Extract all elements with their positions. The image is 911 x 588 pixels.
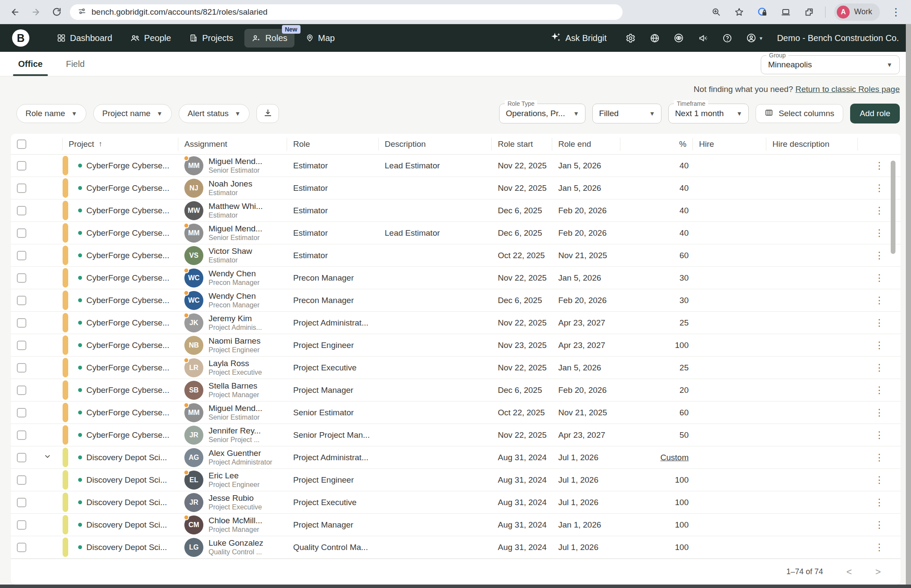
table-row[interactable]: Discovery Depot Sci... LG Luke Gonzalez … <box>11 536 901 559</box>
page-scrollbar[interactable] <box>906 24 911 588</box>
column-header-role-end[interactable]: Role end <box>552 138 620 151</box>
row-menu-icon[interactable]: ⋮ <box>872 272 887 284</box>
table-row[interactable]: CyberForge Cyberse... JK Jeremy Kim Proj… <box>11 312 901 334</box>
assignment-cell[interactable]: JK Jeremy Kim Project Adminis... <box>178 312 287 334</box>
prev-page-icon[interactable]: < <box>846 566 852 578</box>
table-row[interactable]: CyberForge Cyberse... NB Naomi Barnes Pr… <box>11 334 901 357</box>
globe-icon[interactable] <box>648 32 661 44</box>
table-row[interactable]: CyberForge Cyberse... MW Matthew Whi... … <box>11 199 901 222</box>
export-button[interactable] <box>256 104 279 123</box>
project-cell[interactable]: Discovery Depot Sci... <box>63 536 178 558</box>
row-menu-icon[interactable]: ⋮ <box>872 317 887 329</box>
row-menu-icon[interactable]: ⋮ <box>872 228 887 239</box>
expand-chevron-icon[interactable] <box>44 452 51 462</box>
row-checkbox[interactable] <box>17 318 26 328</box>
alert-status-filter[interactable]: Alert status ▼ <box>179 104 250 123</box>
row-checkbox[interactable] <box>17 475 26 485</box>
row-menu-icon[interactable]: ⋮ <box>872 430 887 441</box>
row-menu-icon[interactable]: ⋮ <box>872 385 887 396</box>
project-cell[interactable]: Discovery Depot Sci... <box>63 491 178 513</box>
bridgit-logo[interactable]: B <box>12 29 29 47</box>
back-icon[interactable] <box>8 5 22 19</box>
tab-office[interactable]: Office <box>16 53 44 76</box>
row-checkbox[interactable] <box>17 206 26 215</box>
project-cell[interactable]: CyberForge Cyberse... <box>63 222 178 244</box>
bookmark-star-icon[interactable] <box>732 5 747 19</box>
column-header-description[interactable]: Description <box>379 138 492 151</box>
assignment-cell[interactable]: AG Alex Guenther Project Administrator <box>178 446 287 468</box>
row-checkbox[interactable] <box>17 520 26 530</box>
table-row[interactable]: CyberForge Cyberse... MM Miguel Mend... … <box>11 155 901 177</box>
eye-icon[interactable] <box>672 32 685 44</box>
reload-icon[interactable] <box>49 5 64 19</box>
assignment-cell[interactable]: NB Naomi Barnes Project Engineer <box>178 334 287 356</box>
column-header-role[interactable]: Role <box>287 138 379 151</box>
project-cell[interactable]: CyberForge Cyberse... <box>63 244 178 266</box>
announcements-icon[interactable] <box>696 32 709 44</box>
assignment-cell[interactable]: VS Victor Shaw Estimator <box>178 244 287 266</box>
row-menu-icon[interactable]: ⋮ <box>872 205 887 216</box>
table-row[interactable]: Discovery Depot Sci... CM Chloe McMill..… <box>11 514 901 536</box>
row-checkbox[interactable] <box>17 273 26 283</box>
assignment-cell[interactable]: JR Jesse Rubio Project Executive <box>178 491 287 513</box>
ask-bridgit-button[interactable]: Ask Bridgit <box>550 32 607 45</box>
row-menu-icon[interactable]: ⋮ <box>872 519 887 531</box>
row-menu-icon[interactable]: ⋮ <box>872 474 887 486</box>
table-scrollbar-thumb[interactable] <box>891 161 895 254</box>
project-cell[interactable]: CyberForge Cyberse... <box>63 267 178 289</box>
project-cell[interactable]: CyberForge Cyberse... <box>63 424 178 446</box>
assignment-cell[interactable]: WC Wendy Chen Precon Manager <box>178 267 287 289</box>
column-header-hire[interactable]: Hire <box>693 138 766 151</box>
project-cell[interactable]: CyberForge Cyberse... <box>63 155 178 177</box>
row-checkbox[interactable] <box>17 161 26 171</box>
table-row[interactable]: Discovery Depot Sci... AG Alex Guenther … <box>11 446 901 469</box>
project-cell[interactable]: CyberForge Cyberse... <box>63 357 178 379</box>
project-cell[interactable]: Discovery Depot Sci... <box>63 469 178 491</box>
group-select[interactable]: Group Minneapolis ▼ <box>761 55 900 74</box>
assignment-cell[interactable]: MM Miguel Mend... Senior Estimator <box>178 155 287 177</box>
row-checkbox[interactable] <box>17 296 26 305</box>
gear-icon[interactable] <box>624 32 637 44</box>
row-menu-icon[interactable]: ⋮ <box>872 362 887 373</box>
project-cell[interactable]: CyberForge Cyberse... <box>63 289 178 311</box>
row-menu-icon[interactable]: ⋮ <box>872 542 887 553</box>
add-role-button[interactable]: Add role <box>850 104 900 123</box>
next-page-icon[interactable]: > <box>875 566 881 578</box>
table-row[interactable]: CyberForge Cyberse... JR Jennifer Rey...… <box>11 424 901 446</box>
assignment-cell[interactable]: NJ Noah Jones Estimator <box>178 177 287 199</box>
column-header-project[interactable]: Project↑ <box>63 138 178 151</box>
table-row[interactable]: CyberForge Cyberse... MM Miguel Mend... … <box>11 222 901 244</box>
assignment-cell[interactable]: MM Miguel Mend... Senior Estimator <box>178 401 287 424</box>
assignment-cell[interactable]: MW Matthew Whi... Estimator <box>178 199 287 221</box>
tab-field[interactable]: Field <box>64 53 86 76</box>
project-cell[interactable]: CyberForge Cyberse... <box>63 401 178 424</box>
column-header-percent[interactable]: % <box>620 138 693 151</box>
project-cell[interactable]: CyberForge Cyberse... <box>63 312 178 334</box>
project-cell[interactable]: CyberForge Cyberse... <box>63 177 178 199</box>
project-cell[interactable]: Discovery Depot Sci... <box>63 514 178 536</box>
row-checkbox[interactable] <box>17 543 26 552</box>
nav-item-people[interactable]: People <box>123 29 178 47</box>
row-checkbox[interactable] <box>17 386 26 395</box>
assignment-cell[interactable]: LG Luke Gonzalez Quality Control ... <box>178 536 287 558</box>
filled-filter[interactable]: Filled ▼ <box>592 104 661 123</box>
table-row[interactable]: CyberForge Cyberse... VS Victor Shaw Est… <box>11 244 901 267</box>
assignment-cell[interactable]: EL Eric Lee Project Engineer <box>178 469 287 491</box>
nav-item-roles[interactable]: New Roles <box>244 29 294 47</box>
assignment-cell[interactable]: LR Layla Ross Project Executive <box>178 357 287 379</box>
site-settings-icon[interactable] <box>78 7 86 17</box>
laptop-icon[interactable] <box>778 5 793 19</box>
row-checkbox[interactable] <box>17 430 26 440</box>
help-icon[interactable] <box>721 32 734 44</box>
row-menu-icon[interactable]: ⋮ <box>872 497 887 508</box>
table-row[interactable]: Discovery Depot Sci... JR Jesse Rubio Pr… <box>11 491 901 514</box>
nav-item-projects[interactable]: Projects <box>182 29 240 47</box>
nav-item-map[interactable]: Map <box>299 29 342 47</box>
extension-badge-icon[interactable] <box>755 5 770 19</box>
assignment-cell[interactable]: JR Jennifer Rey... Senior Project ... <box>178 424 287 446</box>
assignment-cell[interactable]: MM Miguel Mend... Senior Estimator <box>178 222 287 244</box>
row-checkbox[interactable] <box>17 453 26 462</box>
hire-custom-link[interactable]: Custom <box>661 453 689 462</box>
row-menu-icon[interactable]: ⋮ <box>872 452 887 463</box>
browser-menu-icon[interactable]: ⋮ <box>889 5 903 19</box>
